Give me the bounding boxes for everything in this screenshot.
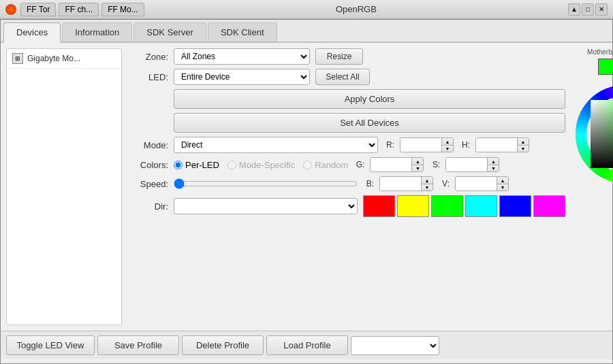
per-led-radio[interactable]: Per-LED (174, 160, 219, 170)
b-down-arrow[interactable]: ▼ (422, 184, 433, 191)
set-all-devices-button[interactable]: Set All Devices (174, 113, 565, 133)
tab-bar: Devices Information SDK Server SDK Clien… (1, 20, 612, 43)
zone-label: Zone: (127, 52, 168, 62)
b-input[interactable]: 0 (380, 177, 421, 191)
mode-specific-input[interactable] (227, 161, 236, 169)
v-up-arrow[interactable]: ▲ (497, 177, 508, 184)
load-profile-button[interactable]: Load Profile (266, 335, 348, 355)
mode-row: Mode: Direct R: 0 ▲ ▼ (127, 137, 565, 153)
tab-devices[interactable]: Devices (3, 22, 61, 43)
speed-slider[interactable] (174, 178, 358, 189)
colors-label: Colors: (127, 160, 168, 170)
titlebar: FF Tor FF ch... FF Mo... OpenRGB ▲ □ ✕ (0, 0, 613, 19)
led-select[interactable]: Entire Device (174, 69, 310, 85)
mode-specific-radio[interactable]: Mode-Specific (227, 160, 295, 170)
v-down-arrow[interactable]: ▼ (497, 184, 508, 191)
swatch-blue[interactable] (499, 195, 531, 217)
titlebar-controls: ▲ □ ✕ (568, 3, 608, 16)
g-arrows: ▲ ▼ (411, 158, 423, 171)
g-up-arrow[interactable]: ▲ (412, 158, 423, 165)
mode-select[interactable]: Direct (174, 137, 378, 153)
taskbar-tab-3[interactable]: FF Mo... (101, 3, 144, 16)
delete-profile-button[interactable]: Delete Profile (182, 335, 264, 355)
led-label: LED: (127, 72, 168, 82)
minimize-button[interactable]: ▲ (568, 3, 580, 16)
r-up-arrow[interactable]: ▲ (442, 138, 453, 145)
h-down-arrow[interactable]: ▼ (518, 145, 529, 152)
resize-button[interactable]: Resize (315, 48, 363, 65)
h-input[interactable]: 120 (476, 138, 517, 152)
taskbar-tab-2[interactable]: FF ch... (59, 3, 99, 16)
tab-sdk-client[interactable]: SDK Client (208, 22, 277, 42)
color-wheel-canvas[interactable] (573, 83, 613, 185)
colors-radio-group: Per-LED Mode-Specific Random (174, 160, 348, 170)
r-input[interactable]: 0 (400, 138, 441, 152)
r-spinbox[interactable]: 0 ▲ ▼ (400, 137, 454, 152)
motherboard-label: Motherboard (587, 48, 613, 56)
v-label: V: (439, 179, 450, 188)
h-arrows: ▲ ▼ (517, 138, 529, 152)
form-section: Zone: All Zones Resize LED: Entire Devic… (127, 48, 565, 217)
s-down-arrow[interactable]: ▼ (488, 165, 499, 171)
dir-label: Dir: (127, 201, 168, 212)
device-icon: ⊞ (12, 53, 23, 64)
h-spinbox[interactable]: 120 ▲ ▼ (475, 137, 529, 152)
close-button[interactable]: ✕ (595, 3, 608, 16)
s-up-arrow[interactable]: ▲ (488, 158, 499, 165)
r-down-arrow[interactable]: ▼ (442, 145, 453, 152)
random-radio[interactable]: Random (303, 160, 348, 170)
toggle-led-button[interactable]: Toggle LED View (6, 335, 95, 355)
b-up-arrow[interactable]: ▲ (422, 177, 433, 184)
v-input[interactable]: 255 (456, 177, 497, 191)
r-arrows: ▲ ▼ (441, 138, 453, 152)
g-down-arrow[interactable]: ▼ (412, 165, 423, 171)
taskbar-tab-1[interactable]: FF Tor (20, 3, 56, 16)
s-arrows: ▲ ▼ (487, 158, 499, 171)
tab-sdk-server[interactable]: SDK Server (133, 22, 206, 42)
select-all-button[interactable]: Select All (315, 69, 370, 85)
r-label: R: (383, 140, 394, 150)
h-up-arrow[interactable]: ▲ (518, 138, 529, 145)
tab-information[interactable]: Information (62, 22, 132, 42)
g-input[interactable]: 255 (371, 158, 411, 171)
b-spinbox[interactable]: 0 ▲ ▼ (379, 176, 433, 191)
color-wheel-container[interactable] (573, 83, 613, 185)
apply-colors-row: Apply Colors (174, 89, 565, 109)
motherboard-swatch[interactable] (598, 59, 613, 75)
swatch-cyan[interactable] (465, 195, 497, 217)
mode-specific-label: Mode-Specific (239, 160, 295, 170)
g-spinbox[interactable]: 255 ▲ ▼ (370, 157, 424, 172)
s-label: S: (429, 160, 440, 169)
set-all-row: Set All Devices (174, 113, 565, 133)
per-led-input[interactable] (174, 161, 183, 169)
zone-select[interactable]: All Zones (174, 48, 310, 65)
device-item[interactable]: ⊞ Gigabyte Mo... (7, 49, 121, 69)
apply-colors-button[interactable]: Apply Colors (174, 89, 565, 109)
dir-row: Dir: (127, 195, 565, 217)
h-label: H: (459, 140, 470, 150)
mode-label: Mode: (127, 140, 168, 150)
swatch-yellow[interactable] (397, 195, 429, 217)
titlebar-left: FF Tor FF ch... FF Mo... (5, 3, 144, 16)
save-profile-button[interactable]: Save Profile (97, 335, 179, 355)
swatch-row (363, 195, 565, 217)
swatch-magenta[interactable] (533, 195, 565, 217)
random-label: Random (315, 160, 348, 170)
v-spinbox[interactable]: 255 ▲ ▼ (455, 176, 509, 191)
swatch-green[interactable] (431, 195, 463, 217)
per-led-label: Per-LED (185, 160, 219, 170)
motherboard-indicator: Motherboard (587, 48, 613, 75)
right-section: Motherboard RGB Header (573, 48, 613, 185)
s-input[interactable]: 255 (446, 158, 487, 171)
profile-select[interactable] (351, 336, 439, 355)
dir-select[interactable] (174, 198, 358, 214)
window-title: OpenRGB (336, 4, 377, 14)
swatch-red[interactable] (363, 195, 395, 217)
zone-row: Zone: All Zones Resize (127, 48, 565, 65)
v-arrows: ▲ ▼ (497, 177, 508, 191)
s-spinbox[interactable]: 255 ▲ ▼ (445, 157, 499, 172)
random-input[interactable] (303, 161, 312, 169)
speed-row: Speed: B: 0 ▲ ▼ V: 25 (127, 176, 565, 191)
b-arrows: ▲ ▼ (421, 177, 433, 191)
maximize-button[interactable]: □ (582, 3, 594, 16)
